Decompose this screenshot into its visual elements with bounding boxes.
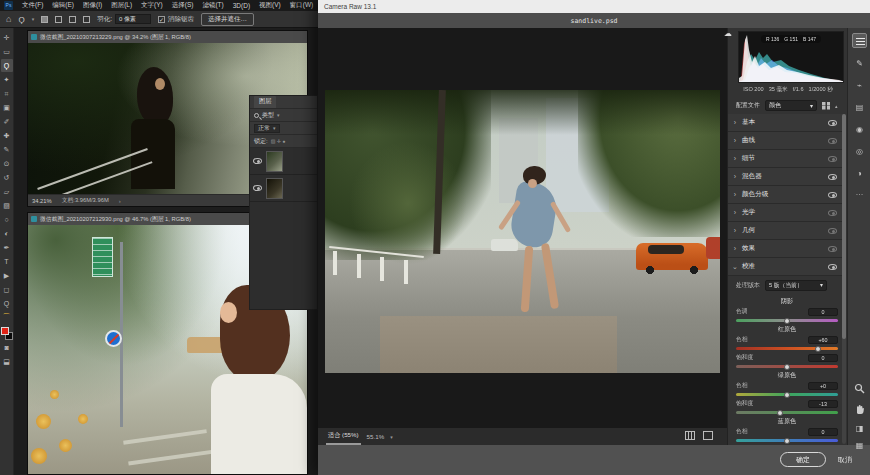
process-version-select[interactable]: 5 版（当前） ▾ bbox=[765, 280, 827, 291]
home-icon[interactable]: ⌂ bbox=[6, 14, 11, 24]
layer-filter-kind[interactable]: 类型 bbox=[262, 111, 274, 120]
frame-tool-icon[interactable]: ▣ bbox=[1, 101, 13, 114]
slider-value-field[interactable]: -13 bbox=[808, 400, 838, 408]
eraser-tool-icon[interactable]: ▱ bbox=[1, 185, 13, 198]
antialias-checkbox[interactable]: ✓ bbox=[158, 16, 165, 23]
layer-thumbnail[interactable] bbox=[266, 178, 283, 199]
quick-mask-icon[interactable]: ◙ bbox=[1, 341, 13, 354]
blend-mode-select[interactable]: 正常 ▾ bbox=[254, 124, 280, 133]
foreground-color-swatch[interactable] bbox=[1, 327, 9, 335]
custom-brush-icon[interactable]: ⌒ bbox=[1, 311, 13, 324]
pen-tool-icon[interactable]: ✒ bbox=[1, 241, 13, 254]
slider-thumb[interactable] bbox=[784, 438, 790, 444]
layer-row[interactable] bbox=[250, 175, 317, 202]
menu-item-select[interactable]: 选择(S) bbox=[172, 1, 194, 10]
panel-scrollbar[interactable] bbox=[842, 114, 846, 444]
menu-item-window[interactable]: 窗口(W) bbox=[290, 1, 313, 10]
selection-new-icon[interactable] bbox=[41, 16, 48, 23]
panel-eye-icon[interactable] bbox=[828, 246, 837, 252]
lock-icons[interactable]: ▨ ✛ ● bbox=[271, 138, 286, 144]
history-brush-tool-icon[interactable]: ↺ bbox=[1, 171, 13, 184]
gradient-tool-icon[interactable]: ▨ bbox=[1, 199, 13, 212]
panel-eye-icon[interactable] bbox=[828, 138, 837, 144]
grid-view-icon[interactable]: ▦ bbox=[852, 438, 867, 453]
profile-select[interactable]: 颜色 ▾ bbox=[765, 100, 817, 111]
panel-eye-icon[interactable] bbox=[828, 156, 837, 162]
lasso-tool-icon[interactable]: Ϙ bbox=[18, 15, 24, 24]
menu-item-filter[interactable]: 滤镜(T) bbox=[202, 1, 223, 10]
filmstrip-toggle-icon[interactable] bbox=[685, 431, 695, 440]
ok-button[interactable]: 确定 bbox=[780, 452, 826, 467]
heal-tool-icon[interactable]: ✚ bbox=[1, 129, 13, 142]
menu-item-3d[interactable]: 3D(D) bbox=[233, 2, 250, 9]
zoom-fit-button[interactable]: 适合 (55%) bbox=[326, 429, 361, 445]
crop-tool-icon[interactable]: ▤ bbox=[852, 100, 867, 115]
select-and-mask-button[interactable]: 选择并遮住… bbox=[201, 13, 254, 26]
menu-item-image[interactable]: 图像(I) bbox=[83, 1, 102, 10]
histogram[interactable]: R 136 G 151 B 147 bbox=[738, 31, 844, 83]
doc1-zoom-field[interactable]: 34.21% bbox=[32, 198, 52, 204]
slider-track[interactable] bbox=[736, 365, 838, 368]
stamp-tool-icon[interactable]: ⊙ bbox=[1, 157, 13, 170]
red-eye-tool-icon[interactable]: ◉ bbox=[852, 122, 867, 137]
panel-mixer[interactable]: › 混色器 bbox=[728, 168, 844, 186]
path-select-tool-icon[interactable]: ▶ bbox=[1, 269, 13, 282]
slider-thumb[interactable] bbox=[777, 410, 783, 416]
panel-eye-icon[interactable] bbox=[828, 228, 837, 234]
preview-area[interactable] bbox=[318, 28, 727, 428]
panel-eye-icon[interactable] bbox=[828, 210, 837, 216]
crop-tool-icon[interactable]: ⌗ bbox=[1, 87, 13, 100]
selection-add-icon[interactable] bbox=[55, 16, 62, 23]
slider-value-field[interactable]: 0 bbox=[808, 308, 838, 316]
slider-track[interactable] bbox=[736, 347, 838, 350]
panel-optics[interactable]: › 光学 bbox=[728, 204, 844, 222]
brush-tool-icon[interactable]: ✎ bbox=[1, 143, 13, 156]
panel-eye-icon[interactable] bbox=[828, 192, 837, 198]
preview-toggle-icon[interactable]: ◨ bbox=[852, 421, 867, 436]
menu-item-type[interactable]: 文字(Y) bbox=[141, 1, 163, 10]
panel-geometry[interactable]: › 几何 bbox=[728, 222, 844, 240]
cancel-button[interactable]: 取消 bbox=[838, 452, 852, 467]
slider-value-field[interactable]: 0 bbox=[808, 354, 838, 362]
eyedropper-tool-icon[interactable]: ✐ bbox=[1, 115, 13, 128]
zoom-level-value[interactable]: 55.1% bbox=[367, 433, 385, 440]
doc1-titlebar[interactable]: 微信截图_20210307213229.png @ 34.2% (图层 1, R… bbox=[28, 31, 307, 43]
slider-value-field[interactable]: 0 bbox=[808, 428, 838, 436]
slider-thumb[interactable] bbox=[784, 364, 790, 370]
chevron-up-icon[interactable]: ▴ bbox=[835, 103, 838, 109]
camera-raw-titlebar[interactable]: Camera Raw 13.1 bbox=[318, 0, 870, 13]
selection-intersect-icon[interactable] bbox=[83, 16, 90, 23]
layer-row[interactable] bbox=[250, 148, 317, 175]
profile-browser-icon[interactable] bbox=[822, 102, 830, 110]
blur-tool-icon[interactable]: ○ bbox=[1, 213, 13, 226]
hand-tool-icon[interactable] bbox=[852, 401, 867, 416]
selection-subtract-icon[interactable] bbox=[69, 16, 76, 23]
slider-value-field[interactable]: +0 bbox=[808, 382, 838, 390]
zoom-tool-icon[interactable]: Q bbox=[1, 297, 13, 310]
slider-track[interactable] bbox=[736, 393, 838, 396]
slider-thumb[interactable] bbox=[815, 346, 821, 352]
feather-input[interactable]: 0 像素 bbox=[115, 14, 151, 24]
more-options-icon[interactable]: … bbox=[852, 185, 867, 200]
slider-track[interactable] bbox=[736, 439, 838, 442]
panel-detail[interactable]: › 细节 bbox=[728, 150, 844, 168]
menu-item-file[interactable]: 文件(F) bbox=[22, 1, 43, 10]
layer-visibility-eye-icon[interactable] bbox=[253, 185, 262, 191]
status-arrow-icon[interactable]: › bbox=[119, 198, 121, 204]
marquee-tool-icon[interactable]: ▭ bbox=[1, 45, 13, 58]
menu-item-view[interactable]: 视图(V) bbox=[259, 1, 281, 10]
slider-thumb[interactable] bbox=[784, 318, 790, 324]
panel-color-grading[interactable]: › 颜色分级 bbox=[728, 186, 844, 204]
slider-thumb[interactable] bbox=[784, 392, 790, 398]
before-after-view-icon[interactable] bbox=[703, 431, 713, 440]
panel-eye-icon[interactable] bbox=[828, 264, 837, 270]
tab-layers[interactable]: 图层 bbox=[254, 96, 276, 108]
scrollbar-thumb[interactable] bbox=[842, 114, 846, 339]
panel-curves[interactable]: › 曲线 bbox=[728, 132, 844, 150]
chevron-down-icon[interactable]: ▾ bbox=[390, 434, 393, 440]
slider-value-field[interactable]: +60 bbox=[808, 336, 838, 344]
slider-track[interactable] bbox=[736, 411, 838, 414]
type-tool-icon[interactable]: T bbox=[1, 255, 13, 268]
layer-visibility-eye-icon[interactable] bbox=[253, 158, 262, 164]
panel-calibration[interactable]: ⌄ 校准 bbox=[728, 258, 844, 276]
